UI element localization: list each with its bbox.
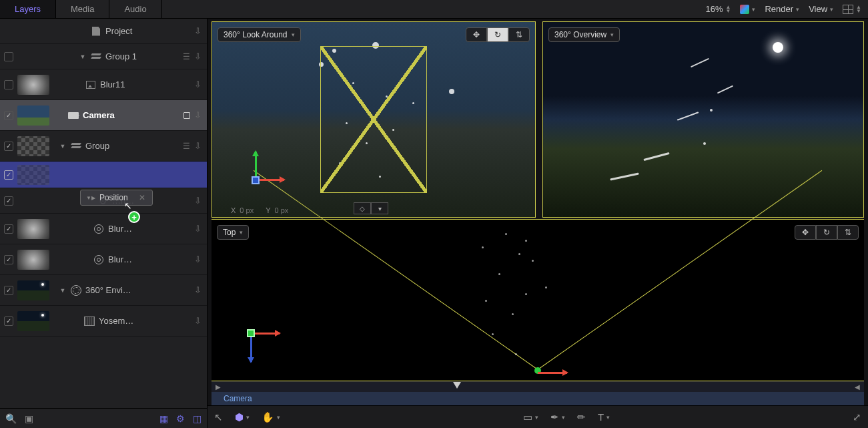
topbar-right: 16% ▲▼ ▾ Render ▾ View ▾ ▲▼ bbox=[706, 0, 868, 18]
add-badge-icon: + bbox=[128, 211, 140, 223]
viewport-mode-dropdown[interactable]: 360° Look Around ▾ bbox=[218, 27, 301, 42]
color-profile-dropdown[interactable]: ▾ bbox=[740, 5, 755, 14]
select-tool[interactable]: ↖ bbox=[214, 411, 223, 423]
snap-menu-button[interactable]: ▾ bbox=[371, 202, 388, 214]
lock-icon[interactable]: ⇩ bbox=[194, 196, 201, 206]
disclosure-icon[interactable]: ▼ bbox=[79, 53, 87, 60]
pen-tool[interactable]: ✒ ▾ bbox=[550, 411, 565, 423]
lock-icon[interactable]: ⇩ bbox=[194, 26, 201, 36]
in-point-icon[interactable]: ▶ bbox=[215, 383, 221, 391]
layer-row-blur11[interactable]: Blur11 ⇩ bbox=[0, 69, 207, 100]
layer-row-group[interactable]: ▼ Group ☰⇩ bbox=[0, 131, 207, 162]
axis-gizmo[interactable] bbox=[238, 320, 278, 361]
viewport-top[interactable]: Top ▾ ✥ ↻ ⇅ bbox=[211, 219, 864, 381]
lock-icon[interactable]: ⇩ bbox=[194, 254, 201, 264]
visibility-checkbox[interactable] bbox=[4, 255, 13, 264]
viewport-layout-dropdown[interactable]: ▲▼ bbox=[843, 5, 861, 14]
lock-icon[interactable]: ⇩ bbox=[194, 316, 201, 326]
blend-icon[interactable]: ☰ bbox=[183, 52, 190, 61]
tab-layers[interactable]: Layers bbox=[0, 0, 56, 18]
dolly-button[interactable]: ⇅ bbox=[837, 225, 859, 240]
timeline-ruler[interactable]: ▶ ◀ bbox=[211, 381, 864, 392]
visibility-checkbox[interactable] bbox=[4, 52, 13, 61]
layer-name: Group bbox=[85, 141, 179, 151]
orbit-button[interactable]: ↻ bbox=[816, 225, 837, 240]
tab-audio[interactable]: Audio bbox=[109, 0, 161, 18]
orbit-button[interactable]: ↻ bbox=[487, 27, 508, 42]
lock-icon[interactable]: ⇩ bbox=[194, 79, 201, 89]
viewport-mode-label: Top bbox=[223, 228, 236, 237]
stepper-icon: ▲▼ bbox=[726, 5, 731, 13]
layer-row-blur-b[interactable]: Blur… ⇩ bbox=[0, 244, 207, 275]
layer-row-camera[interactable]: Camera ⇩ bbox=[0, 100, 207, 131]
streaks-overlay bbox=[543, 22, 863, 217]
drag-ghost: ▼▶ Position ✕ bbox=[80, 190, 153, 206]
view-dropdown[interactable]: View ▾ bbox=[809, 4, 833, 14]
axis-gizmo[interactable] bbox=[243, 153, 283, 193]
layer-name: Group 1 bbox=[105, 51, 179, 61]
camera-icon bbox=[68, 110, 79, 121]
layer-row-group1[interactable]: ▼ Group 1 ☰⇩ bbox=[0, 44, 207, 69]
target-icon bbox=[93, 224, 104, 234]
layer-row-360-env[interactable]: ▼ 360° Envi… ⇩ bbox=[0, 275, 207, 306]
layers-sidebar: Project ⇩ ▼ Group 1 ☰⇩ B bbox=[0, 19, 207, 428]
layer-row-blur-a[interactable]: Blur… ⇩ bbox=[0, 214, 207, 244]
blend-icon[interactable]: ☰ bbox=[183, 142, 190, 151]
visibility-checkbox[interactable] bbox=[4, 80, 13, 89]
project-row[interactable]: Project ⇩ bbox=[0, 19, 207, 44]
rectangle-tool[interactable]: ▭ ▾ bbox=[523, 411, 538, 423]
snap-button[interactable]: ◇ bbox=[354, 202, 371, 214]
lock-icon[interactable]: ⇩ bbox=[194, 141, 201, 151]
visibility-checkbox[interactable] bbox=[4, 111, 13, 120]
viewport-overview[interactable]: 360° Overview ▾ bbox=[542, 21, 864, 218]
disclosure-icon: ▼▶ bbox=[86, 195, 95, 201]
out-point-icon[interactable]: ◀ bbox=[855, 383, 860, 391]
panel-toggle-icon[interactable]: ▣ bbox=[25, 413, 33, 424]
x-label: X bbox=[231, 206, 236, 214]
zoom-dropdown[interactable]: 16% ▲▼ bbox=[706, 4, 731, 14]
dolly-button[interactable]: ⇅ bbox=[508, 27, 530, 42]
lock-icon[interactable]: ⇩ bbox=[194, 224, 201, 234]
visibility-checkbox[interactable] bbox=[4, 286, 13, 295]
behaviors-toggle-icon[interactable]: ⚙ bbox=[176, 413, 185, 424]
main-area: Project ⇩ ▼ Group 1 ☰⇩ B bbox=[0, 19, 868, 428]
pan-tool[interactable]: ✋ ▾ bbox=[262, 411, 280, 423]
layer-row-selected-drop[interactable] bbox=[0, 162, 207, 188]
close-icon: ✕ bbox=[139, 193, 145, 202]
lock-icon[interactable]: ⇩ bbox=[194, 110, 201, 120]
visibility-checkbox[interactable] bbox=[4, 170, 13, 180]
pan-button[interactable]: ✥ bbox=[466, 27, 487, 42]
lock-icon[interactable]: ⇩ bbox=[194, 51, 201, 61]
viewport-look-around[interactable]: 360° Look Around ▾ ✥ ↻ ⇅ bbox=[211, 21, 536, 218]
disclosure-icon[interactable]: ▼ bbox=[59, 143, 67, 150]
visibility-checkbox[interactable] bbox=[4, 142, 13, 151]
filters-toggle-icon[interactable]: ▦ bbox=[159, 413, 168, 424]
paint-tool[interactable]: ✏ bbox=[577, 411, 586, 423]
project-label: Project bbox=[105, 26, 190, 36]
layer-name: Blur11 bbox=[100, 79, 190, 89]
environment-icon bbox=[71, 285, 81, 296]
render-dropdown[interactable]: Render ▾ bbox=[765, 4, 799, 14]
viewport-controls: ✥ ↻ ⇅ bbox=[795, 225, 859, 240]
visibility-checkbox[interactable] bbox=[4, 196, 13, 206]
visibility-checkbox[interactable] bbox=[4, 316, 13, 326]
viewport-controls: ✥ ↻ ⇅ bbox=[466, 27, 530, 42]
particles-overlay bbox=[211, 220, 864, 381]
layer-name: Blur… bbox=[108, 224, 190, 234]
camera-track[interactable]: Camera bbox=[211, 392, 864, 405]
render-label: Render bbox=[765, 4, 793, 14]
viewport-mode-dropdown[interactable]: 360° Overview ▾ bbox=[548, 27, 620, 42]
fullscreen-button[interactable]: ⤢ bbox=[853, 411, 861, 423]
tab-media[interactable]: Media bbox=[56, 0, 109, 18]
text-tool[interactable]: T ▾ bbox=[598, 411, 610, 423]
3d-transform-tool[interactable]: ⬢ ▾ bbox=[235, 411, 250, 423]
playhead-icon[interactable] bbox=[453, 382, 461, 389]
viewport-mode-dropdown[interactable]: Top ▾ bbox=[217, 225, 249, 240]
visibility-checkbox[interactable] bbox=[4, 224, 13, 234]
disclosure-icon[interactable]: ▼ bbox=[59, 287, 67, 294]
lock-icon[interactable]: ⇩ bbox=[194, 285, 201, 295]
pan-button[interactable]: ✥ bbox=[795, 225, 816, 240]
search-icon[interactable]: 🔍 bbox=[5, 413, 17, 424]
layer-row-yosem[interactable]: Yosem… ⇩ bbox=[0, 306, 207, 337]
masks-toggle-icon[interactable]: ◫ bbox=[193, 413, 201, 424]
